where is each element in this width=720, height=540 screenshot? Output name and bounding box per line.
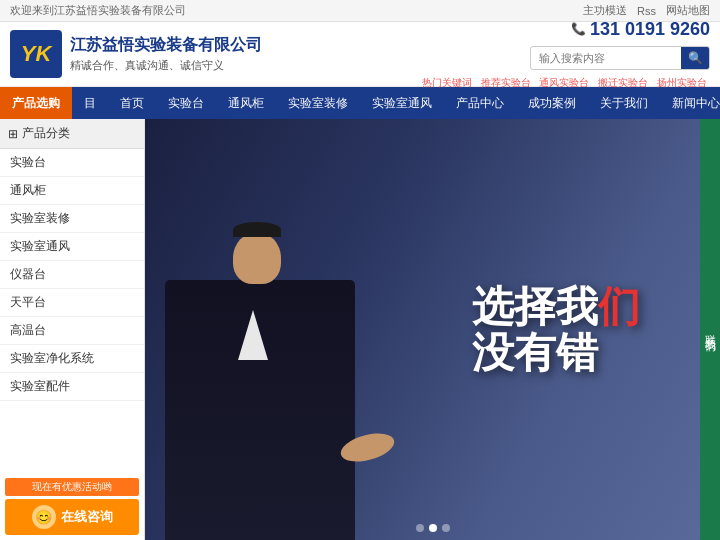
company-slogan: 精诚合作、真诚沟通、诚信守义 (70, 58, 262, 73)
sidebar-title-text: 产品分类 (22, 125, 70, 142)
nav-item-tonggui[interactable]: 通风柜 (216, 87, 276, 119)
logo-text-block: 江苏益悟实验装备有限公司 精诚合作、真诚沟通、诚信守义 (70, 35, 262, 73)
sidebar-item-tianpingtai[interactable]: 天平台 (0, 289, 144, 317)
nav-item-news[interactable]: 新闻中心 (660, 87, 720, 119)
sidebar-item-shiyantai[interactable]: 实验台 (0, 149, 144, 177)
right-float-label: 联系我们 (703, 326, 718, 334)
hero-text-part1: 选择我 (472, 282, 598, 329)
header-right: 📞 131 0191 9260 🔍 热门关键词 推荐实验台 通风实验台 搬迁实验… (419, 19, 710, 90)
nav-item-shiyantai[interactable]: 实验台 (156, 87, 216, 119)
sidebar-item-tongfeng[interactable]: 实验室通风 (0, 233, 144, 261)
hero-dots (416, 524, 450, 532)
hero-text-highlight: 们 (598, 282, 640, 329)
sidebar-item-tonggui[interactable]: 通风柜 (0, 177, 144, 205)
top-link-3[interactable]: 网站地图 (666, 3, 710, 18)
consult-avatar: 😊 (32, 505, 56, 529)
nav-item-tongfeng[interactable]: 实验室通风 (360, 87, 444, 119)
sidebar-item-peijian[interactable]: 实验室配件 (0, 373, 144, 401)
nav-item-about[interactable]: 关于我们 (588, 87, 660, 119)
nav-item-cases[interactable]: 成功案例 (516, 87, 588, 119)
right-float-tab[interactable]: 联系我们 (700, 119, 720, 540)
search-input[interactable] (531, 52, 681, 64)
main-content: ⊞ 产品分类 实验台 通风柜 实验室装修 实验室通风 仪器台 天平台 高温台 实… (0, 119, 720, 540)
hero-person-area (145, 119, 461, 540)
search-box: 🔍 (530, 46, 710, 70)
hero-text-part2: 没有错 (472, 329, 598, 376)
nav-item-home[interactable]: 首页 (108, 87, 156, 119)
phone-block: 📞 131 0191 9260 (571, 19, 710, 40)
hero-dot-2[interactable] (429, 524, 437, 532)
consult-label: 在线咨询 (61, 508, 113, 526)
nav-bar: 产品选购 目 首页 实验台 通风柜 实验室装修 实验室通风 产品中心 成功案例 … (0, 87, 720, 119)
hot-label: 热门关键词 (422, 77, 472, 88)
promotion-badge: 现在有优惠活动哟 (5, 478, 139, 496)
top-bar-welcome: 欢迎来到江苏益悟实验装备有限公司 (10, 3, 186, 18)
hero-text-block: 选择我们 没有错 (472, 283, 640, 375)
sidebar-grid-icon: ⊞ (8, 127, 18, 141)
hot-item-3[interactable]: 搬迁实验台 (598, 77, 648, 88)
top-link-2[interactable]: Rss (637, 5, 656, 17)
consult-button[interactable]: 😊 在线咨询 (5, 499, 139, 535)
top-link-1[interactable]: 主功模送 (583, 3, 627, 18)
nav-item-products-center[interactable]: 产品中心 (444, 87, 516, 119)
phone-icon: 📞 (571, 22, 586, 36)
top-bar-links: 主功模送 Rss 网站地图 (583, 3, 710, 18)
nav-item-目[interactable]: 目 (72, 87, 108, 119)
sidebar-title: ⊞ 产品分类 (0, 119, 144, 149)
sidebar-item-zhuangxiu[interactable]: 实验室装修 (0, 205, 144, 233)
hot-item-1[interactable]: 推荐实验台 (481, 77, 531, 88)
sidebar: ⊞ 产品分类 实验台 通风柜 实验室装修 实验室通风 仪器台 天平台 高温台 实… (0, 119, 145, 540)
search-button[interactable]: 🔍 (681, 46, 709, 70)
nav-item-zhuangxiu[interactable]: 实验室装修 (276, 87, 360, 119)
consultant-area: 现在有优惠活动哟 😊 在线咨询 (0, 473, 144, 540)
person-head (233, 232, 281, 284)
logo-area: YK 江苏益悟实验装备有限公司 精诚合作、真诚沟通、诚信守义 (10, 30, 262, 78)
phone-number: 131 0191 9260 (590, 19, 710, 40)
hot-item-2[interactable]: 通风实验台 (539, 77, 589, 88)
hero-image-wrapper: 选择我们 没有错 (145, 119, 720, 540)
sidebar-item-yiqitai[interactable]: 仪器台 (0, 261, 144, 289)
logo-icon: YK (10, 30, 62, 78)
hero-dot-3[interactable] (442, 524, 450, 532)
person-hair (233, 222, 281, 237)
sidebar-item-jinghua[interactable]: 实验室净化系统 (0, 345, 144, 373)
person-body (165, 280, 355, 540)
sidebar-item-gaowen[interactable]: 高温台 (0, 317, 144, 345)
logo-yk-text: YK (21, 41, 52, 67)
hot-item-4[interactable]: 扬州实验台 (657, 77, 707, 88)
company-name: 江苏益悟实验装备有限公司 (70, 35, 262, 56)
hero-area: 选择我们 没有错 联系我们 (145, 119, 720, 540)
hero-dot-1[interactable] (416, 524, 424, 532)
header: YK 江苏益悟实验装备有限公司 精诚合作、真诚沟通、诚信守义 📞 131 019… (0, 22, 720, 87)
nav-item-products[interactable]: 产品选购 (0, 87, 72, 119)
